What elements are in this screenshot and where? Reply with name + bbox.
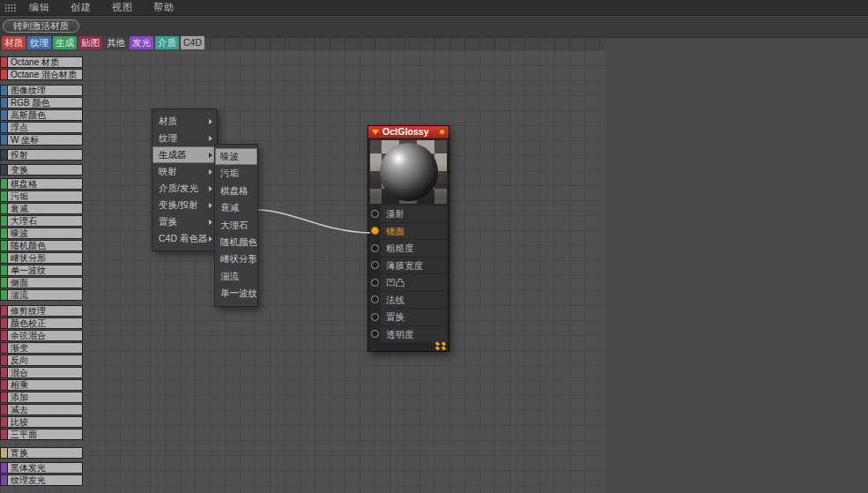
context-menu-item[interactable]: C4D 着色器 xyxy=(152,230,217,247)
context-menu-item[interactable]: 材质 xyxy=(152,113,217,130)
context-menu-item[interactable]: 置换 xyxy=(152,213,217,230)
node-type-label: W 坐标 xyxy=(8,135,82,145)
node-type-list-item[interactable]: 投射 xyxy=(0,149,83,161)
submenu-item[interactable]: 单一波纹 xyxy=(215,285,257,302)
submenu-item[interactable]: 噪波 xyxy=(215,148,257,165)
node-type-list-item[interactable]: 相乘 xyxy=(0,379,83,391)
node-type-list-item[interactable]: 修剪纹理 xyxy=(0,305,83,317)
node-type-list-item[interactable]: 反向 xyxy=(0,355,83,366)
category-tab[interactable]: 纹理 xyxy=(27,36,51,49)
port-socket-icon[interactable] xyxy=(371,227,379,235)
submenu-item[interactable]: 大理石 xyxy=(215,217,257,234)
menubar-item[interactable]: 帮助 xyxy=(153,1,174,14)
category-tab[interactable]: C4D xyxy=(181,36,204,49)
collapse-triangle-icon[interactable] xyxy=(372,130,379,135)
port-label: 薄膜宽度 xyxy=(381,258,447,274)
node-port-row[interactable]: 置换 xyxy=(369,309,448,325)
port-socket-icon[interactable] xyxy=(371,295,379,303)
submenu-item[interactable]: 污垢 xyxy=(215,165,257,182)
port-socket-icon[interactable] xyxy=(371,244,379,252)
node-type-color-chip xyxy=(1,290,8,300)
node-type-list-item[interactable]: 高斯颜色 xyxy=(0,109,83,121)
node-type-list-item[interactable]: 纹理发光 xyxy=(0,474,83,486)
octglossy-node[interactable]: OctGlossy 漫射 镜面 粗糙度 xyxy=(367,125,449,352)
node-type-list-item[interactable]: 噪波 xyxy=(0,228,83,239)
node-type-list-item[interactable]: 添加 xyxy=(0,392,83,403)
category-tab[interactable]: 贴图 xyxy=(78,36,102,49)
category-tab[interactable]: 其他 xyxy=(104,36,128,49)
port-socket-icon[interactable] xyxy=(371,330,379,338)
node-port-row[interactable]: 法线 xyxy=(369,292,448,309)
port-socket-icon[interactable] xyxy=(371,261,379,269)
node-type-list-item[interactable]: 变换 xyxy=(0,164,83,176)
node-type-list-item[interactable]: 三平面 xyxy=(0,429,83,440)
context-menu-item[interactable]: 变换/投射 xyxy=(152,197,217,213)
node-type-list-item[interactable]: 棋盘格 xyxy=(0,178,83,190)
node-type-list-item[interactable]: Octane 混合材质 xyxy=(0,69,83,80)
submenu-item[interactable]: 随机颜色 xyxy=(215,234,257,250)
node-type-list-item[interactable]: 黑体发光 xyxy=(0,462,83,474)
submenu-item-label: 噪波 xyxy=(220,148,239,165)
node-type-list-item[interactable]: 随机颜色 xyxy=(0,240,83,251)
node-port-row[interactable]: 镜面 xyxy=(369,223,448,240)
node-type-color-chip xyxy=(1,318,8,328)
submenu-item[interactable]: 衰减 xyxy=(215,199,257,216)
generator-submenu: 噪波 污垢 棋盘格 衰减 大理石 随机颜色 嵴状分形 xyxy=(214,144,258,307)
node-output-port[interactable] xyxy=(439,129,445,135)
node-type-list-item[interactable]: 浮点 xyxy=(0,122,83,133)
node-port-row[interactable]: 凹凸 xyxy=(369,274,448,291)
node-type-list-item[interactable]: 渐变 xyxy=(0,342,83,354)
node-port-row[interactable]: 粗糙度 xyxy=(369,240,448,257)
context-menu-item[interactable]: 介质/发光 xyxy=(152,180,217,197)
node-type-list-item[interactable]: W 坐标 xyxy=(0,134,83,146)
material-preview xyxy=(370,140,447,204)
submenu-item[interactable]: 嵴状分形 xyxy=(215,250,257,267)
node-port-row[interactable]: 薄膜宽度 xyxy=(369,258,448,274)
submenu-arrow-icon xyxy=(209,236,212,242)
node-type-list-item[interactable]: 置换 xyxy=(0,447,83,459)
node-type-label: 随机颜色 xyxy=(8,241,82,250)
port-socket-icon[interactable] xyxy=(371,279,379,287)
category-tab[interactable]: 发光 xyxy=(130,36,153,49)
node-type-list-item[interactable]: Octane 材质 xyxy=(0,56,83,68)
menubar-item[interactable]: 视图 xyxy=(112,1,133,14)
submenu-item-label: 单一波纹 xyxy=(220,285,257,302)
submenu-item[interactable]: 湍流 xyxy=(215,268,257,285)
category-tab[interactable]: 介质 xyxy=(155,36,179,49)
node-type-list-item[interactable]: 湍流 xyxy=(0,289,83,301)
node-type-list-item[interactable]: 单一波纹 xyxy=(0,265,83,276)
node-type-label: 反向 xyxy=(8,355,82,365)
node-type-list-item[interactable]: 大理石 xyxy=(0,215,83,227)
menubar-item[interactable]: 编辑 xyxy=(29,1,50,14)
node-type-list-item[interactable]: 颜色校正 xyxy=(0,317,83,329)
node-type-list-item[interactable]: 比较 xyxy=(0,416,83,428)
node-type-list-item[interactable]: 减去 xyxy=(0,404,83,415)
node-type-list-item[interactable]: 侧面 xyxy=(0,277,83,288)
palette-grid-icon[interactable] xyxy=(4,4,17,12)
category-tab[interactable]: 生成 xyxy=(53,36,77,49)
port-socket-icon[interactable] xyxy=(371,313,379,321)
context-menu-item[interactable]: 纹理 xyxy=(152,130,217,146)
node-type-color-chip xyxy=(1,306,8,316)
node-type-list-item[interactable]: 衰减 xyxy=(0,203,83,214)
node-port-row[interactable]: 透明度 xyxy=(369,326,448,343)
submenu-arrow-icon xyxy=(209,119,212,124)
menubar-item[interactable]: 创建 xyxy=(70,1,92,14)
context-menu-item[interactable]: 生成器 xyxy=(152,146,217,163)
category-tab[interactable]: 材质 xyxy=(2,36,26,49)
context-menu-item[interactable]: 映射 xyxy=(152,163,217,180)
port-socket-icon[interactable] xyxy=(371,210,379,218)
node-type-list-item[interactable]: RGB 颜色 xyxy=(0,97,83,108)
port-label: 透明度 xyxy=(381,326,447,343)
node-port-row[interactable]: 漫射 xyxy=(369,205,448,222)
node-type-list-item[interactable]: 混合 xyxy=(0,367,83,378)
submenu-item[interactable]: 棋盘格 xyxy=(215,183,257,199)
go-to-active-material-button[interactable]: 转到激活材质 xyxy=(3,19,79,33)
node-resize-grip-icon[interactable] xyxy=(435,342,446,350)
node-type-list-item[interactable]: 余弦混合 xyxy=(0,330,83,341)
node-type-list-item[interactable]: 污垢 xyxy=(0,190,83,202)
node-type-list-item[interactable]: 嵴状分形 xyxy=(0,252,83,264)
node-type-list-item[interactable]: 图像纹理 xyxy=(0,85,83,96)
node-title-bar[interactable]: OctGlossy xyxy=(368,126,449,138)
node-graph-canvas[interactable] xyxy=(0,50,606,493)
